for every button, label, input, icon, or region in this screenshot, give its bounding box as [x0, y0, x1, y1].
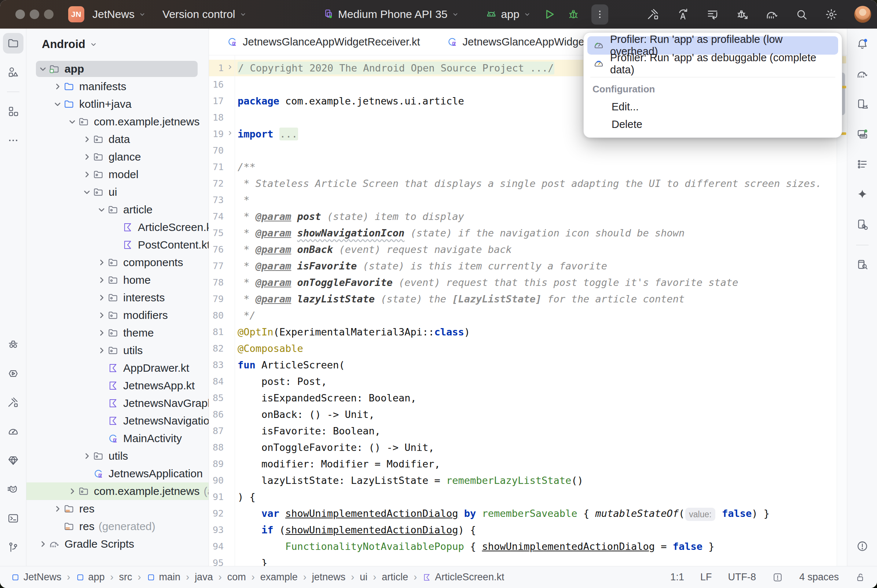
code-line-89[interactable]: 89 modifier: Modifier = Modifier,: [209, 456, 837, 472]
code-line-91[interactable]: 91) {: [209, 489, 837, 505]
chevron-right-icon[interactable]: [96, 310, 107, 320]
tool-window-button-structure-list[interactable]: [852, 154, 873, 174]
tool-window-button-running-devices[interactable]: [852, 124, 873, 144]
code-line-70[interactable]: 70: [209, 142, 837, 159]
chevron-right-icon[interactable]: [96, 275, 107, 285]
status-write-access-toggle[interactable]: [855, 572, 866, 583]
tool-window-button-run-hexagon[interactable]: [3, 363, 24, 384]
vcs-menu-button[interactable]: Version control: [162, 8, 247, 21]
tool-window-button-terminal[interactable]: [3, 508, 24, 529]
tool-window-button-device-manager[interactable]: [852, 94, 873, 114]
tree-item-interests[interactable]: interests: [26, 289, 208, 306]
tree-item-ui[interactable]: ui: [26, 183, 208, 201]
chevron-right-icon[interactable]: [81, 135, 92, 144]
code-line-72[interactable]: 72 * Stateless Article Screen that displ…: [209, 175, 837, 192]
tree-item-mainactivity[interactable]: MainActivity: [26, 430, 208, 447]
line-number[interactable]: 78: [209, 274, 235, 291]
code-line-78[interactable]: 78 * @param onToggleFavorite (event) req…: [209, 274, 837, 291]
chevron-right-icon[interactable]: [96, 346, 107, 355]
code-line-94[interactable]: 94 FunctionalityNotAvailablePopup { show…: [209, 538, 837, 555]
gradle-sync-button[interactable]: [765, 8, 779, 21]
code-line-76[interactable]: 76 * @param onBack (event) request navig…: [209, 241, 837, 258]
debug-button[interactable]: [567, 8, 580, 21]
hammer-button[interactable]: [646, 8, 660, 21]
line-number[interactable]: 81: [209, 324, 235, 340]
line-number[interactable]: 83: [209, 357, 235, 373]
tree-item-kotlin-java[interactable]: kotlin+java: [26, 95, 208, 113]
tree-item-modifiers[interactable]: modifiers: [26, 306, 208, 324]
line-number[interactable]: 88: [209, 439, 235, 456]
line-number[interactable]: 19: [209, 126, 235, 142]
device-selector[interactable]: Medium Phone API 35: [323, 8, 459, 21]
code-line-82[interactable]: 82@Composable: [209, 340, 837, 357]
fold-marker-icon[interactable]: [226, 63, 234, 71]
chevron-down-icon[interactable]: [96, 205, 107, 214]
tool-window-button-widgets[interactable]: [3, 101, 24, 122]
breadcrumb-item-example[interactable]: example: [260, 572, 298, 583]
chevron-down-icon[interactable]: [67, 117, 78, 126]
tree-item-com-example-jetnews[interactable]: com.example.jetnews(an: [26, 482, 208, 500]
line-number[interactable]: 94: [209, 538, 235, 555]
status-inspection-highlight-widget[interactable]: [772, 572, 783, 583]
line-number[interactable]: 17: [209, 93, 235, 109]
run-tasks-button[interactable]: [706, 8, 720, 21]
chevron-down-icon[interactable]: [81, 188, 92, 197]
chevron-right-icon[interactable]: [37, 539, 48, 549]
tree-item-utils[interactable]: utils: [26, 447, 208, 465]
line-number[interactable]: 71: [209, 159, 235, 175]
settings-button[interactable]: [825, 8, 838, 21]
tool-window-button-git-branch[interactable]: [3, 537, 24, 558]
line-number[interactable]: 92: [209, 505, 235, 522]
tool-window-button-gemini-sparkle[interactable]: [852, 184, 873, 204]
code-line-75[interactable]: 75 * @param showNavigationIcon (state) i…: [209, 225, 837, 241]
tree-item-gradle-scripts[interactable]: Gradle Scripts: [26, 535, 208, 553]
code-line-95[interactable]: 95 }: [209, 555, 837, 566]
chevron-right-icon[interactable]: [96, 258, 107, 267]
line-number[interactable]: 16: [209, 76, 235, 93]
status-indent-style[interactable]: 4 spaces: [799, 572, 839, 583]
breadcrumb-item-jetnews[interactable]: jetnews: [312, 572, 346, 583]
breadcrumb-item-ui[interactable]: ui: [360, 572, 367, 583]
chevron-right-icon[interactable]: [81, 152, 92, 162]
line-number[interactable]: 91: [209, 489, 235, 505]
tool-window-button-profiler-gauge[interactable]: [3, 421, 24, 442]
tree-item-model[interactable]: model: [26, 166, 208, 183]
tool-window-button-logcat-cat[interactable]: [3, 479, 24, 500]
tool-window-button-build-hammer[interactable]: [3, 392, 24, 413]
tree-item-home[interactable]: home: [26, 271, 208, 289]
tree-item-postcontent-kt[interactable]: PostContent.kt: [26, 236, 208, 254]
line-number[interactable]: 74: [209, 208, 235, 225]
code-line-77[interactable]: 77 * @param isFavorite (state) is this i…: [209, 258, 837, 274]
code-line-86[interactable]: 86 onBack: () -> Unit,: [209, 406, 837, 423]
code-line-92[interactable]: 92 var showUnimplementedActionDialog by …: [209, 505, 837, 522]
tree-item-jetnewsapp-kt[interactable]: JetnewsApp.kt: [26, 377, 208, 394]
tree-item-com-example-jetnews[interactable]: com.example.jetnews: [26, 113, 208, 130]
line-number[interactable]: 85: [209, 390, 235, 406]
tool-window-button-resource-shapes[interactable]: [3, 62, 24, 82]
code-line-79[interactable]: 79 * @param lazyListState (state) the [L…: [209, 291, 837, 307]
close-window-button[interactable]: [15, 9, 25, 19]
line-number[interactable]: 80: [209, 307, 235, 324]
run-button[interactable]: [542, 8, 556, 21]
tree-item-jetnewsnavigation[interactable]: JetnewsNavigation: [26, 412, 208, 430]
line-number[interactable]: 87: [209, 423, 235, 439]
tool-window-button-device-explorer[interactable]: [852, 254, 873, 275]
line-number[interactable]: 75: [209, 225, 235, 241]
chevron-right-icon[interactable]: [81, 451, 92, 461]
line-number[interactable]: 1: [209, 60, 235, 76]
tool-window-button-problems[interactable]: [852, 536, 873, 556]
attach-debugger-button[interactable]: [736, 8, 749, 21]
tool-window-button-more-tools[interactable]: [3, 130, 24, 151]
line-number[interactable]: 73: [209, 192, 235, 208]
breadcrumb-item-articlescreen-kt[interactable]: ArticleScreen.kt: [422, 572, 504, 583]
line-number[interactable]: 90: [209, 472, 235, 489]
chevron-right-icon[interactable]: [52, 82, 63, 91]
more-run-options-button[interactable]: [591, 4, 608, 24]
status-caret-position[interactable]: 1:1: [670, 572, 684, 583]
tool-window-button-notifications-bell[interactable]: [852, 34, 873, 54]
tree-item-articlescreen-kt[interactable]: ArticleScreen.kt: [26, 219, 208, 236]
tool-window-button-device-mirror[interactable]: [852, 214, 873, 235]
chevron-right-icon[interactable]: [52, 504, 63, 514]
code-line-80[interactable]: 80 */: [209, 307, 837, 324]
fold-marker-icon[interactable]: [226, 129, 234, 137]
